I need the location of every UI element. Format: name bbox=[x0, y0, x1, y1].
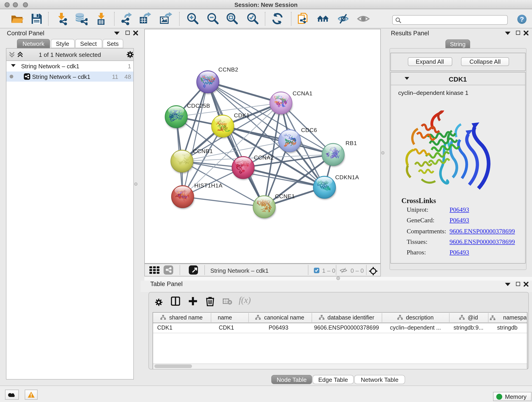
svg-text:RB1: RB1 bbox=[345, 140, 357, 146]
svg-text:CCNB1: CCNB1 bbox=[193, 148, 213, 154]
svg-text:HIST1H1A: HIST1H1A bbox=[194, 182, 222, 189]
svg-text:CDK1: CDK1 bbox=[234, 112, 249, 119]
svg-text:CDC25B: CDC25B bbox=[187, 103, 210, 109]
svg-text:CCNA2: CCNA2 bbox=[254, 154, 273, 161]
svg-text:CDKN1A: CDKN1A bbox=[335, 174, 359, 180]
svg-text:CCNE1: CCNE1 bbox=[275, 193, 295, 199]
svg-text:CCNA1: CCNA1 bbox=[292, 90, 312, 96]
svg-text:CCNB2: CCNB2 bbox=[218, 66, 238, 73]
svg-text:CDC6: CDC6 bbox=[301, 127, 317, 133]
